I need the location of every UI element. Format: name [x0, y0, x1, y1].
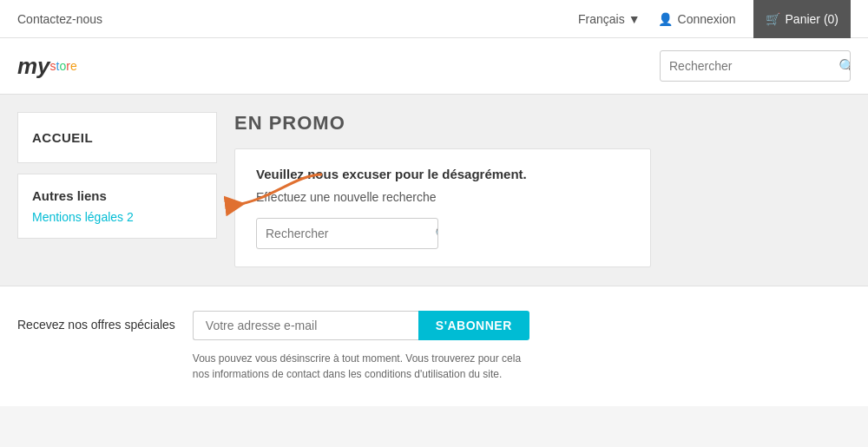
logo-my-text: my: [17, 53, 50, 80]
footer-inner: Recevez nos offres spéciales S'ABONNER V…: [17, 311, 851, 382]
top-bar-right: Français ▼ 👤 Connexion 🛒 Panier (0): [578, 0, 851, 38]
error-sub-text: Effectuez une nouvelle recherche: [256, 190, 629, 204]
subscribe-button[interactable]: S'ABONNER: [418, 311, 529, 340]
main-inner: ACCUEIL Autres liens Mentions légales 2: [17, 112, 851, 267]
language-label: Français: [578, 12, 625, 26]
top-bar: Contactez-nous Français ▼ 👤 Connexion 🛒 …: [0, 0, 868, 38]
login-button[interactable]: 👤 Connexion: [658, 12, 736, 26]
sidebar-autres-box: Autres liens Mentions légales 2: [17, 174, 217, 239]
header-search-box: 🔍: [660, 50, 851, 82]
error-search-input[interactable]: [257, 221, 426, 246]
language-selector[interactable]: Français ▼: [578, 12, 641, 26]
error-box: Veuillez nous excuser pour le désagrémen…: [234, 148, 651, 267]
chevron-down-icon: ▼: [628, 12, 641, 26]
logo[interactable]: my s t o r e: [17, 53, 77, 80]
header: my s t o r e 🔍: [0, 38, 868, 95]
email-input[interactable]: [193, 311, 418, 340]
search-icon: 🔍: [838, 59, 851, 74]
sidebar: ACCUEIL Autres liens Mentions légales 2: [17, 112, 217, 267]
logo-o: o: [59, 59, 66, 73]
email-row: S'ABONNER: [193, 311, 851, 340]
search-icon: 🔍: [435, 227, 438, 241]
logo-s: s: [50, 59, 56, 73]
footer-strip: Recevez nos offres spéciales S'ABONNER V…: [0, 286, 868, 406]
footer-note: Vous pouvez vous désinscrire à tout mome…: [193, 351, 523, 382]
sidebar-autres-title: Autres liens: [32, 188, 202, 203]
promo-title: EN PROMO: [234, 112, 851, 135]
main-content: ACCUEIL Autres liens Mentions légales 2: [0, 95, 868, 286]
cart-icon: 🛒: [766, 12, 780, 26]
user-icon: 👤: [658, 12, 673, 26]
error-search-box: 🔍: [256, 218, 438, 249]
login-label: Connexion: [678, 12, 736, 26]
sidebar-accueil-box: ACCUEIL: [17, 112, 217, 163]
contact-link[interactable]: Contactez-nous: [17, 12, 102, 26]
mentions-legales-link[interactable]: Mentions légales 2: [32, 210, 202, 224]
content-right: EN PROMO Veuillez nous excuser pour le d…: [234, 112, 851, 267]
header-search-input[interactable]: [661, 54, 830, 78]
error-bold-text: Veuillez nous excuser pour le désagrémen…: [256, 167, 629, 181]
footer-right: S'ABONNER Vous pouvez vous désinscrire à…: [193, 311, 851, 382]
cart-label: Panier (0): [786, 12, 838, 26]
header-search-button[interactable]: 🔍: [830, 53, 851, 80]
logo-e: e: [70, 59, 77, 73]
sidebar-autres: Autres liens Mentions légales 2: [18, 174, 216, 238]
footer-label: Recevez nos offres spéciales: [17, 311, 175, 332]
cart-button[interactable]: 🛒 Panier (0): [753, 0, 851, 38]
sidebar-item-accueil[interactable]: ACCUEIL: [18, 113, 216, 162]
error-search-button[interactable]: 🔍: [426, 220, 438, 247]
